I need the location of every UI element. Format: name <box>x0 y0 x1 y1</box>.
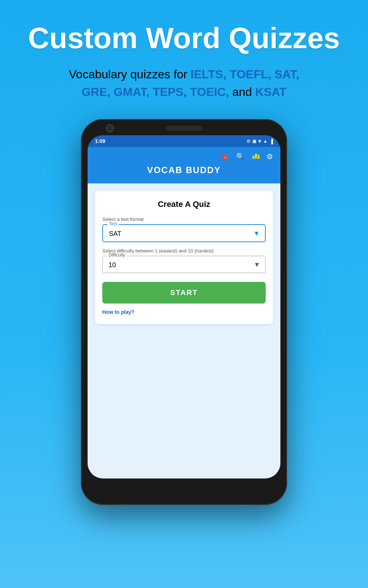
phone-screen: 1:09 ⊙ ▣ ▾ ▲ ▐ 🔖 🔍 <box>88 135 280 478</box>
how-to-play-link[interactable]: How to play? <box>102 309 134 315</box>
difficulty-value: 10 <box>109 261 116 269</box>
test-field-label: Test <box>107 221 118 226</box>
periscope-icon: ⊙ <box>247 139 250 144</box>
speaker <box>166 126 202 131</box>
difficulty-label: Select difficulty between 1 (easiest) an… <box>102 248 266 254</box>
subtitle-highlight-2: GRE, GMAT, TEPS, TOEIC, <box>82 85 229 98</box>
bookmark-icon[interactable]: 🔖 <box>220 152 229 161</box>
svg-rect-0 <box>252 156 254 159</box>
quiz-card: Create A Quiz Select a test format Test … <box>95 191 273 324</box>
start-button[interactable]: START <box>102 282 266 304</box>
difficulty-dropdown-arrow: ▼ <box>254 261 260 268</box>
subtitle-highlight-1: IELTS, TOEFL, SAT, <box>191 68 299 81</box>
hero-section: Custom Word Quizzes Vocabulary quizzes f… <box>0 0 368 112</box>
hero-title: Custom Word Quizzes <box>22 22 346 54</box>
camera <box>106 124 114 132</box>
subtitle-end: and <box>232 85 255 98</box>
quiz-card-title: Create A Quiz <box>102 200 266 209</box>
search-icon[interactable]: 🔍 <box>236 152 245 161</box>
wifi-icon: ▾ <box>258 138 261 144</box>
phone-top-bar <box>88 126 280 131</box>
chart-icon[interactable] <box>252 151 260 161</box>
test-format-label: Select a test format <box>102 216 266 222</box>
app-toolbar: 🔖 🔍 ⚙ <box>95 151 273 161</box>
status-bar: 1:09 ⊙ ▣ ▾ ▲ ▐ <box>88 135 280 147</box>
test-value: SAT <box>109 230 121 237</box>
svg-rect-2 <box>258 155 259 159</box>
signal-icon: ▲ <box>263 139 268 144</box>
app-content: Create A Quiz Select a test format Test … <box>88 183 280 478</box>
subtitle-last: KSAT <box>255 85 287 98</box>
sd-icon: ▣ <box>252 139 256 144</box>
subtitle-plain: Vocabulary quizzes for <box>69 68 191 81</box>
status-time: 1:09 <box>95 138 105 144</box>
status-icons: ⊙ ▣ ▾ ▲ ▐ <box>247 138 273 144</box>
test-dropdown-container: Test SAT ▼ <box>102 224 266 242</box>
phone-mockup: 1:09 ⊙ ▣ ▾ ▲ ▐ 🔖 🔍 <box>81 119 287 505</box>
hero-subtitle: Vocabulary quizzes for IELTS, TOEFL, SAT… <box>22 65 346 101</box>
test-dropdown-arrow: ▼ <box>253 229 260 237</box>
difficulty-dropdown-container: Difficulty 10 ▼ <box>102 256 266 273</box>
test-dropdown[interactable]: Test SAT ▼ <box>102 224 266 242</box>
phone-container: 1:09 ⊙ ▣ ▾ ▲ ▐ 🔖 🔍 <box>0 119 368 505</box>
app-title: VOCAB BUDDY <box>95 165 273 179</box>
difficulty-dropdown[interactable]: Difficulty 10 ▼ <box>102 256 266 273</box>
battery-icon: ▐ <box>270 139 273 144</box>
settings-icon[interactable]: ⚙ <box>266 152 273 161</box>
app-header: 🔖 🔍 ⚙ VOCAB BUDDY <box>88 147 280 183</box>
svg-rect-1 <box>255 154 257 159</box>
difficulty-field-label: Difficulty <box>107 252 127 258</box>
